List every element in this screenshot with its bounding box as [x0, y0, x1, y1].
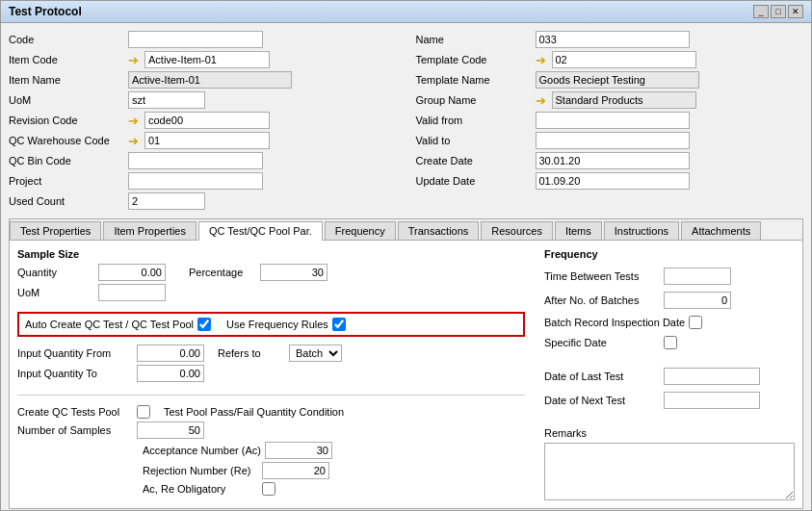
time-between-input[interactable] — [664, 268, 731, 285]
code-row: Code — [9, 31, 397, 48]
left-panel: Sample Size Quantity Percentage UoM — [17, 248, 525, 500]
tab-instructions[interactable]: Instructions — [604, 221, 679, 240]
create-pool-checkbox[interactable] — [137, 405, 150, 419]
group-name-arrow-icon: ➔ — [536, 93, 546, 108]
create-pool-label: Create QC Tests Pool — [17, 406, 133, 418]
project-row: Project — [9, 172, 397, 190]
input-qty-section: Input Quantity From Refers to Batch Orde… — [17, 345, 525, 385]
main-window: Test Protocol _ □ ✕ Code Item Code ➔ — [0, 0, 812, 511]
rejection-input[interactable] — [262, 462, 329, 479]
percentage-input[interactable] — [260, 264, 327, 281]
tab-transactions[interactable]: Transactions — [398, 221, 480, 240]
left-fields: Code Item Code ➔ Item Name UoM Rev — [9, 31, 397, 213]
used-count-label: Used Count — [9, 195, 124, 207]
update-date-input[interactable] — [536, 172, 690, 190]
valid-from-input[interactable] — [536, 112, 690, 129]
uom-sample-row: UoM — [17, 284, 525, 301]
name-input[interactable] — [536, 31, 690, 48]
specific-date-row: Specific Date — [544, 336, 795, 349]
input-qty-to-row: Input Quantity To — [17, 365, 525, 382]
project-label: Project — [9, 175, 124, 187]
item-code-arrow-icon: ➔ — [128, 53, 139, 67]
date-last-test-input[interactable] — [664, 368, 760, 385]
template-name-label: Template Name — [416, 74, 532, 86]
revision-row: Revision Code ➔ — [9, 112, 397, 129]
titlebar: Test Protocol _ □ ✕ — [1, 1, 811, 23]
template-code-label: Template Code — [416, 54, 532, 65]
code-input[interactable] — [128, 31, 263, 48]
tab-attachments[interactable]: Attachments — [681, 221, 761, 240]
uom-input[interactable] — [128, 91, 205, 109]
tab-resources[interactable]: Resources — [481, 221, 553, 240]
revision-arrow-icon: ➔ — [128, 114, 139, 128]
uom-sample-input[interactable] — [98, 284, 166, 301]
ac-re-checkbox[interactable] — [262, 482, 275, 496]
minimize-button[interactable]: _ — [753, 5, 769, 18]
template-name-input[interactable] — [536, 71, 699, 89]
num-samples-input[interactable] — [137, 422, 204, 439]
group-name-row: Group Name ➔ — [416, 91, 804, 109]
uom-label: UoM — [9, 94, 124, 106]
ac-re-label: Ac, Re Obligatory — [143, 483, 258, 495]
template-name-row: Template Name — [416, 71, 804, 89]
tab-test-properties[interactable]: Test Properties — [10, 221, 101, 240]
num-samples-row: Number of Samples — [17, 422, 525, 439]
after-batches-input[interactable] — [664, 292, 731, 309]
batch-record-label: Batch Record Inspection Date — [544, 317, 685, 328]
acceptance-input[interactable] — [265, 442, 332, 459]
batch-record-checkbox[interactable] — [689, 316, 702, 329]
qc-warehouse-label: QC Warehouse Code — [9, 135, 124, 146]
frequency-section-label: Frequency — [544, 248, 795, 260]
qc-bin-row: QC Bin Code — [9, 152, 397, 169]
item-name-input[interactable] — [128, 71, 292, 89]
create-pool-row: Create QC Tests Pool Test Pool Pass/Fail… — [17, 405, 525, 419]
input-qty-to-input[interactable] — [137, 365, 204, 382]
quantity-input[interactable] — [98, 264, 166, 281]
refers-to-select[interactable]: Batch Order — [289, 345, 342, 362]
input-qty-from-label: Input Quantity From — [17, 347, 133, 359]
specific-date-label: Specific Date — [544, 337, 660, 348]
name-label: Name — [416, 34, 532, 45]
date-last-test-row: Date of Last Test — [544, 368, 795, 385]
use-frequency-row: Use Frequency Rules — [226, 318, 346, 331]
create-date-input[interactable] — [536, 152, 690, 169]
window-controls: _ □ ✕ — [753, 5, 803, 18]
qc-bin-label: QC Bin Code — [9, 155, 124, 166]
template-code-arrow-icon: ➔ — [536, 53, 546, 67]
use-frequency-label: Use Frequency Rules — [226, 319, 328, 330]
spacer1 — [544, 356, 795, 364]
acceptance-label: Acceptance Number (Ac) — [143, 445, 261, 456]
use-frequency-checkbox[interactable] — [332, 318, 346, 331]
remarks-textarea[interactable] — [544, 443, 795, 500]
tab-item-properties[interactable]: Item Properties — [103, 221, 196, 240]
auto-create-checkbox[interactable] — [197, 318, 211, 331]
sample-size-section: Sample Size Quantity Percentage UoM — [17, 248, 525, 304]
group-name-input[interactable] — [552, 91, 696, 109]
valid-from-row: Valid from — [416, 112, 804, 129]
time-between-row: Time Between Tests — [544, 268, 795, 285]
acceptance-row: Acceptance Number (Ac) — [143, 442, 525, 459]
item-code-input[interactable] — [144, 51, 270, 68]
update-date-label: Update Date — [416, 175, 532, 187]
valid-to-label: Valid to — [416, 135, 532, 146]
tab-qc-test[interactable]: QC Test/QC Pool Par. — [198, 221, 323, 241]
specific-date-checkbox[interactable] — [664, 336, 677, 349]
valid-to-input[interactable] — [536, 132, 690, 149]
input-qty-from-input[interactable] — [137, 345, 204, 362]
qc-warehouse-input[interactable] — [144, 132, 270, 149]
template-code-input[interactable] — [552, 51, 696, 68]
date-next-test-label: Date of Next Test — [544, 395, 660, 406]
tab-frequency[interactable]: Frequency — [325, 221, 396, 240]
tab-items[interactable]: Items — [555, 221, 602, 240]
date-next-test-input[interactable] — [664, 392, 760, 409]
revision-input[interactable] — [144, 112, 270, 129]
valid-from-label: Valid from — [416, 115, 532, 126]
project-input[interactable] — [128, 172, 263, 190]
used-count-input[interactable] — [128, 192, 205, 210]
item-name-label: Item Name — [9, 74, 124, 86]
date-last-test-label: Date of Last Test — [544, 370, 660, 382]
close-button[interactable]: ✕ — [788, 5, 803, 18]
used-count-row: Used Count — [9, 192, 397, 210]
maximize-button[interactable]: □ — [771, 5, 786, 18]
qc-bin-input[interactable] — [128, 152, 263, 169]
